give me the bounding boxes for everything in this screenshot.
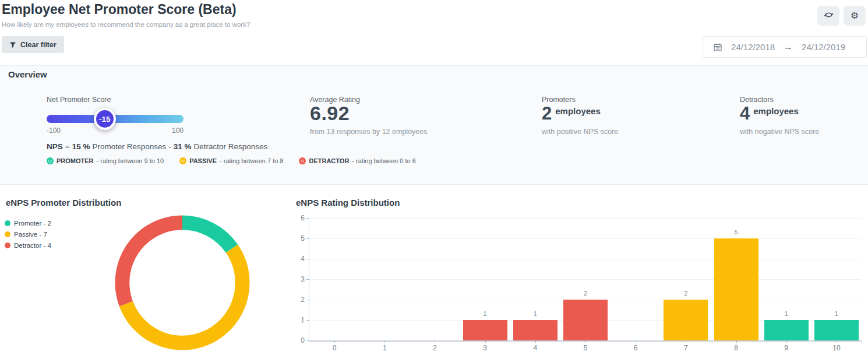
x-axis-tick (535, 340, 536, 343)
donut-legend-detractor: Detractor - 4 (5, 242, 51, 249)
page-subtitle: How likely are my employees to recommend… (2, 21, 250, 28)
gridline-y3 (309, 279, 862, 280)
nps-formula: NPS=15 %Promoter Responses-31 %Detractor… (47, 142, 270, 151)
y-axis-tick (306, 320, 309, 321)
gridline-y6 (309, 218, 862, 219)
x-axis-label: 5 (560, 344, 611, 352)
clear-filter-button[interactable]: Clear filter (2, 36, 64, 53)
y-axis-tick (306, 218, 309, 219)
date-from-value[interactable]: 24/12/2018 (731, 42, 775, 52)
x-axis-tick (636, 340, 636, 343)
x-axis-tick (736, 340, 737, 343)
detractor-sad-face-icon (299, 157, 306, 164)
bar-value-label: 2 (560, 290, 611, 297)
page-title: Employee Net Promoter Score (Beta) (2, 2, 237, 17)
promoter-smiley-icon (47, 157, 54, 164)
y-axis-label: 2 (293, 296, 305, 304)
overview-section-title: Overview (8, 69, 47, 79)
average-rating-value: 6.92 (310, 102, 350, 125)
bar-value-label: 1 (460, 310, 510, 317)
gridline-y5 (309, 238, 862, 239)
x-axis-tick (585, 340, 586, 343)
bar-rating-10[interactable] (814, 320, 859, 340)
bar-rating-3[interactable] (463, 320, 507, 340)
calendar-icon (713, 43, 722, 52)
y-axis-label: 0 (293, 336, 305, 345)
nps-label: Net Promoter Score (47, 96, 111, 104)
date-to-value[interactable]: 24/12/2019 (802, 42, 845, 52)
settings-button[interactable]: ⚙ (844, 6, 866, 26)
x-axis-label: 10 (811, 344, 862, 352)
donut-legend-promoter: Promoter - 2 (5, 220, 51, 227)
x-axis-label: 9 (761, 344, 811, 352)
clear-filter-label: Clear filter (20, 41, 57, 49)
x-axis-tick (435, 340, 435, 343)
x-axis-label: 1 (359, 344, 410, 352)
bar-value-label: 1 (761, 310, 811, 317)
y-axis-label: 4 (293, 255, 305, 263)
x-axis-label: 2 (410, 344, 460, 352)
x-axis-tick (334, 340, 335, 343)
bar-rating-8[interactable] (714, 238, 758, 340)
promoter-dot-icon (5, 220, 10, 226)
bar-rating-9[interactable] (764, 320, 809, 340)
bar-value-label: 5 (711, 229, 761, 236)
bar-chart[interactable]: 01234560121314256275819110 (309, 218, 861, 340)
legend-item-passive: PASSIVE - rating between 7 to 8 (179, 157, 283, 164)
promoters-sub: with positive NPS score (542, 128, 618, 136)
y-axis-label: 5 (293, 234, 305, 242)
bar-value-label: 1 (811, 310, 862, 317)
y-axis-label: 3 (293, 275, 305, 283)
donut-chart-title: eNPS Promoter Distribution (6, 198, 121, 208)
average-rating-sub: from 13 responses by 12 employees (310, 128, 428, 136)
refresh-button[interactable] (817, 6, 839, 26)
detractors-label: Detractors (740, 96, 774, 104)
overview-card: Overview Net Promoter Score -15 -100 100… (0, 65, 868, 185)
y-axis-tick (306, 340, 309, 341)
bar-rating-7[interactable] (664, 300, 708, 340)
passive-dot-icon (5, 231, 10, 237)
donut-legend-passive: Passive - 7 (5, 231, 51, 238)
x-axis-label: 6 (611, 344, 661, 352)
detractor-dot-icon (5, 242, 10, 248)
promoters-label: Promoters (542, 96, 576, 104)
refresh-icon (824, 10, 834, 21)
x-axis-tick (686, 340, 686, 343)
nps-slider-scale: -100 100 (47, 126, 184, 135)
y-axis-tick (306, 259, 309, 259)
x-axis-tick (485, 340, 486, 343)
bar-value-label: 1 (510, 310, 560, 317)
bar-rating-5[interactable] (563, 300, 608, 340)
bar-rating-4[interactable] (513, 320, 558, 340)
y-axis-label: 1 (293, 316, 305, 324)
nps-slider-value: -15 (99, 115, 111, 124)
detractors-sub: with negative NPS score (740, 128, 819, 136)
x-axis-tick (786, 340, 787, 343)
promoters-count: 2 employees (542, 104, 601, 122)
filter-funnel-icon (9, 41, 16, 48)
date-range-picker[interactable]: 24/12/2018 → 24/12/2019 (703, 36, 867, 58)
detractors-count: 4 employees (740, 104, 799, 122)
average-rating-block: Average Rating 6.92 from 13 responses by… (310, 66, 537, 184)
nps-max-label: 100 (172, 126, 184, 135)
x-axis-label: 0 (309, 344, 359, 352)
nps-score-block: Net Promoter Score -15 -100 100 NPS=15 %… (47, 66, 303, 184)
y-axis-tick (306, 300, 309, 300)
x-axis-label: 4 (510, 344, 560, 352)
x-axis-tick (384, 340, 385, 343)
detractors-block: Detractors 4 employees with negative NPS… (740, 66, 867, 184)
x-axis-tick (837, 340, 837, 343)
passive-neutral-face-icon (179, 157, 186, 164)
bar-chart-title: eNPS Rating Distribution (296, 198, 400, 208)
x-axis-label: 8 (711, 344, 761, 352)
date-arrow-icon: → (784, 42, 793, 52)
gridline-y4 (309, 259, 862, 259)
donut-chart[interactable] (113, 213, 252, 352)
donut-chart-legend: Promoter - 2 Passive - 7 Detractor - 4 (5, 220, 51, 249)
bar-value-label: 2 (661, 290, 711, 297)
y-axis-tick (306, 238, 309, 239)
y-axis-tick (306, 279, 309, 280)
legend-item-promoter: PROMOTER - rating between 9 to 10 (47, 157, 164, 164)
x-axis-label: 3 (460, 344, 510, 352)
header-actions: ⚙ (817, 6, 866, 26)
